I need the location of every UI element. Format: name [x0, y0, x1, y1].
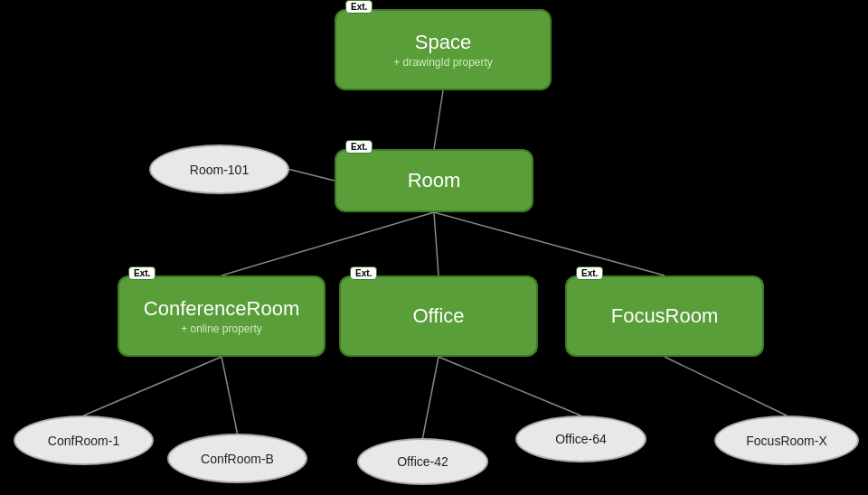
ellipse-label-confRoom1: ConfRoom-1 — [48, 434, 119, 448]
node-title-space: Space — [415, 31, 471, 54]
svg-line-6 — [222, 357, 238, 434]
svg-line-2 — [434, 212, 439, 276]
svg-line-3 — [434, 212, 665, 276]
ellipse-label-confRoomB: ConfRoom-B — [201, 452, 274, 466]
ext-badge-room: Ext. — [345, 140, 373, 154]
node-room: Ext.Room — [335, 149, 533, 212]
ext-badge-office: Ext. — [350, 266, 377, 280]
svg-line-7 — [423, 357, 439, 438]
svg-line-9 — [665, 357, 787, 416]
node-title-focusRoom: FocusRoom — [611, 304, 719, 328]
node-space: Ext.Space+ drawingId property — [335, 9, 552, 90]
ellipse-room101: Room-101 — [149, 145, 289, 194]
ext-badge-focusRoom: Ext. — [576, 266, 603, 280]
ellipse-label-office64: Office-64 — [555, 432, 607, 446]
svg-line-4 — [289, 170, 335, 182]
ellipse-label-focusRoomX: FocusRoom-X — [746, 434, 826, 448]
node-title-office: Office — [412, 304, 464, 328]
node-focusRoom: Ext.FocusRoom — [565, 276, 764, 357]
ellipse-label-room101: Room-101 — [190, 163, 249, 177]
node-subtitle-space: + drawingId property — [393, 56, 493, 69]
svg-line-1 — [222, 212, 434, 276]
ellipse-office42: Office-42 — [357, 438, 488, 485]
ext-badge-space: Ext. — [345, 0, 373, 14]
node-title-room: Room — [408, 169, 461, 192]
ellipse-focusRoomX: FocusRoom-X — [714, 416, 859, 465]
node-subtitle-conferenceRoom: + online property — [181, 322, 262, 335]
node-conferenceRoom: Ext.ConferenceRoom+ online property — [118, 276, 326, 357]
ellipse-office64: Office-64 — [515, 416, 646, 462]
node-office: Ext.Office — [339, 276, 538, 357]
ellipse-confRoom1: ConfRoom-1 — [14, 416, 154, 465]
svg-line-5 — [84, 357, 222, 416]
ellipse-confRoomB: ConfRoom-B — [167, 434, 307, 483]
node-title-conferenceRoom: ConferenceRoom — [144, 297, 299, 321]
svg-line-8 — [439, 357, 581, 416]
svg-line-0 — [434, 90, 443, 149]
ellipse-label-office42: Office-42 — [397, 454, 448, 469]
ext-badge-conferenceRoom: Ext. — [128, 266, 156, 280]
